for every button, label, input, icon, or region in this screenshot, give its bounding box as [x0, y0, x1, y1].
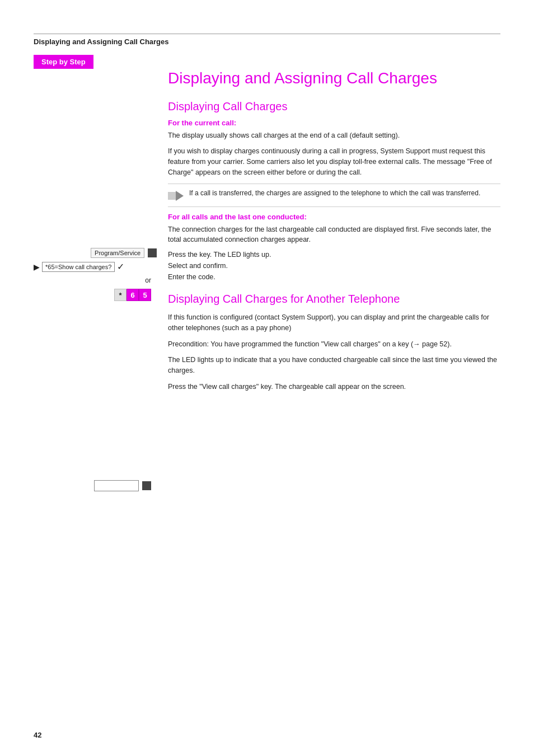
note-text: If a call is transferred, the charges ar… [189, 189, 480, 198]
checkmark-icon: ✓ [117, 261, 124, 272]
header-title: Displaying and Assigning Call Charges [34, 37, 169, 46]
page: Displaying and Assigning Call Charges St… [0, 0, 534, 756]
sub-heading-all-calls: For all calls and the last one conducted… [168, 213, 500, 221]
or-divider: or [34, 276, 157, 284]
content-area: Program/Service ▶ *65=Show call charges?… [34, 69, 500, 491]
step-by-step-badge: Step by Step [34, 55, 93, 69]
note-box: If a call is transferred, the charges ar… [168, 184, 500, 207]
led-indicator-2 [142, 481, 151, 490]
program-service-key: Program/Service [91, 248, 144, 258]
note-arrow-icon [168, 190, 184, 202]
para3: The connection charges for the last char… [168, 224, 500, 246]
para1: The display usually shows call charges a… [168, 130, 500, 141]
section2-heading: Displaying Call Charges for Another Tele… [168, 292, 500, 306]
row2-instruction: Select and confirm. [168, 262, 228, 270]
sub-heading-current: For the current call: [168, 119, 500, 127]
section2-para2: Precondition: You have programmed the fu… [168, 339, 500, 350]
blank-key-box [94, 480, 139, 491]
para2: If you wish to display charges continuou… [168, 146, 500, 177]
row1-instruction: Press the key. The LED lights up. [168, 251, 271, 259]
press-key-instruction: Press the key. The LED lights up. [168, 251, 500, 259]
led-indicator [148, 248, 157, 257]
page-header: Displaying and Assigning Call Charges [34, 34, 500, 46]
code-6-cell: 6 [127, 289, 139, 301]
section2-para4: Press the "View call charges" key. The c… [168, 382, 500, 392]
sidebar-column: Program/Service ▶ *65=Show call charges?… [34, 69, 157, 491]
code-5-cell: 5 [139, 289, 151, 301]
show-charges-row: ▶ *65=Show call charges? ✓ [34, 261, 157, 272]
svg-marker-2 [176, 191, 184, 201]
code-instruction: Enter the code. [168, 273, 216, 281]
svg-rect-1 [168, 192, 176, 200]
section1-heading: Displaying Call Charges [168, 100, 500, 113]
program-service-row: Program/Service [34, 248, 157, 258]
show-charges-key: *65=Show call charges? [42, 262, 115, 272]
code-entry-row: * 6 5 [34, 289, 157, 301]
page-number: 42 [34, 731, 41, 739]
main-title: Displaying and Assigning Call Charges [168, 69, 500, 88]
code-star-cell: * [114, 289, 127, 301]
enter-code-instruction: Enter the code. [168, 273, 500, 281]
row-arrow-icon: ▶ [34, 262, 40, 271]
section2-para1: If this function is configured (contact … [168, 312, 500, 334]
blank-key-row [34, 480, 157, 491]
section2-para3: The LED lights up to indicate that a you… [168, 355, 500, 376]
main-column: Displaying and Assigning Call Charges Di… [157, 69, 500, 491]
select-confirm-instruction: Select and confirm. [168, 262, 500, 270]
